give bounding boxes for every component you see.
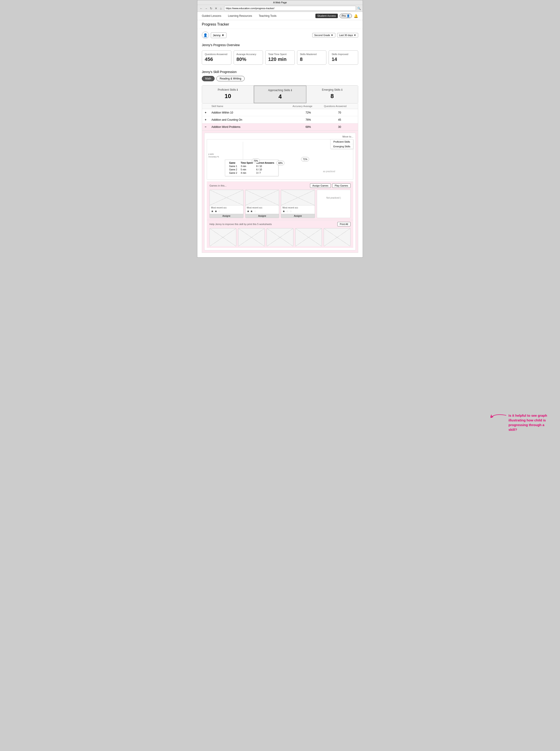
game-card-4: Not practiced ) bbox=[317, 190, 351, 218]
skill-accuracy-row3: 68% bbox=[293, 125, 324, 128]
game-info-3: Most recent scc ★ ☆ ☆ bbox=[281, 206, 315, 214]
worksheet-card-3 bbox=[266, 228, 294, 246]
bell-icon[interactable]: 🔔 bbox=[354, 14, 358, 18]
grade-filter[interactable]: Second Grade ▼ bbox=[312, 33, 335, 37]
forward-button[interactable]: → bbox=[204, 6, 208, 10]
expand-icon-row1[interactable]: + bbox=[205, 111, 212, 114]
skill-col-proficient-title: Proficient Skills ℹ bbox=[205, 88, 251, 92]
worksheets-header: Help Jenny to improve this skill by prin… bbox=[209, 222, 351, 226]
student-left: 👤 Jenny ▼ bbox=[202, 32, 226, 39]
print-all-button[interactable]: Print All bbox=[337, 222, 351, 226]
game-assign-button-3[interactable]: Assigne bbox=[281, 214, 315, 218]
browser-toolbar: ← → ↻ ✕ ⌂ 🔍 bbox=[197, 5, 363, 12]
table-header-accuracy: Accuracy Avarage bbox=[293, 105, 324, 107]
close-button[interactable]: ✕ bbox=[214, 6, 218, 10]
game-card-2: Most recent scc ★ ★ ☆ Assigne bbox=[245, 190, 279, 218]
skill-questions-row2: 45 bbox=[324, 118, 355, 121]
skill-progression-title: Jenny's Skill Progression bbox=[202, 70, 358, 74]
browser-nav-buttons: ← → ↻ ✕ ⌂ bbox=[199, 6, 223, 10]
home-button[interactable]: ⌂ bbox=[219, 6, 223, 10]
nav-right: Student Access Pro 👤 🔔 bbox=[315, 14, 358, 18]
games-grid: Most recent scc ★ ★ ☆ Assigne bbox=[209, 190, 351, 218]
table-header: Skill Name Accuracy Avarage Questions An… bbox=[202, 103, 358, 109]
skill-col-proficient: Proficient Skills ℹ 10 bbox=[202, 85, 254, 103]
expand-icon-row2[interactable]: + bbox=[205, 118, 212, 121]
stat-label-accuracy: Avarage Accuracy bbox=[237, 53, 260, 56]
star-empty: ☆ bbox=[254, 209, 257, 213]
move-to-dropdown[interactable]: Proficient Skills Emerging Skills bbox=[331, 139, 353, 149]
tab-reading-writing[interactable]: Reading & Writing bbox=[216, 76, 245, 81]
table-row-expanded: − Addition Word Problems 68% 30 bbox=[202, 123, 358, 130]
skill-tabs: Math Reading & Writing bbox=[202, 76, 358, 81]
pro-label: Pro bbox=[342, 14, 346, 18]
graph-no-practice: as practiced bbox=[323, 170, 335, 172]
time-filter[interactable]: Last 30 days ▼ bbox=[337, 33, 358, 37]
star-filled: ★ bbox=[215, 209, 217, 213]
stat-value-time: 120 min bbox=[268, 56, 292, 62]
game-info-2: Most recent scc ★ ★ ☆ bbox=[245, 206, 279, 214]
skill-name-row3: Addition Word Problems bbox=[212, 125, 293, 128]
star-filled: ★ bbox=[211, 209, 214, 213]
stat-card-accuracy: Avarage Accuracy 80% bbox=[234, 50, 263, 65]
avatar: 👤 bbox=[202, 32, 209, 39]
worksheets-grid bbox=[209, 228, 351, 246]
game-assign-button-1[interactable]: Assigne bbox=[210, 214, 243, 218]
game-thumbnail-2 bbox=[245, 190, 279, 206]
move-to-emerging[interactable]: Emerging Skills bbox=[331, 144, 353, 149]
tooltip-game-1: Game 1 bbox=[227, 165, 239, 168]
tooltip-table: Game Time Spent Correct Answers Game 1 3… bbox=[227, 161, 276, 175]
game-card-3: Most recent scc ★ ☆ ☆ Assigne bbox=[281, 190, 315, 218]
back-button[interactable]: ← bbox=[199, 6, 203, 10]
worksheets-section: Help Jenny to improve this skill by prin… bbox=[207, 220, 353, 248]
placeholder-img-2 bbox=[245, 190, 279, 205]
nav-teaching-tools[interactable]: Teaching Tools bbox=[259, 14, 276, 18]
student-dropdown[interactable]: Jenny ▼ bbox=[211, 33, 226, 38]
stat-card-improved: Skills Improved 14 bbox=[328, 50, 358, 65]
skill-col-emerging: Emerging Skills ℹ 8 bbox=[306, 85, 358, 103]
info-icon-approaching[interactable]: ℹ bbox=[291, 89, 292, 92]
browser-content: Guided Lessons Learning Resources Teachi… bbox=[197, 12, 363, 257]
stat-card-mastered: Skills Mastered 8 bbox=[297, 50, 326, 65]
game-card-1: Most recent scc ★ ★ ☆ Assigne bbox=[209, 190, 243, 218]
stats-grid: Questions Answered 456 Avarage Accuracy … bbox=[197, 48, 363, 68]
games-header: Games in this... Assign Games Play Games bbox=[209, 183, 351, 188]
tooltip-row-3: Game 2 4 min 3 / 7 bbox=[227, 171, 276, 175]
refresh-button[interactable]: ↻ bbox=[209, 6, 213, 10]
url-bar[interactable] bbox=[224, 6, 356, 11]
skill-name-row1: Addition Within 10 bbox=[212, 111, 293, 114]
worksheet-card-5 bbox=[324, 228, 351, 246]
stat-value-questions: 456 bbox=[205, 56, 228, 62]
move-to-proficient[interactable]: Proficient Skills bbox=[331, 140, 353, 144]
skill-accuracy-row2: 76% bbox=[293, 118, 324, 121]
assign-games-button[interactable]: Assign Games bbox=[310, 183, 331, 188]
tooltip-header-row: Game Time Spent Correct Answers bbox=[227, 161, 276, 165]
placeholder-img-1 bbox=[210, 190, 243, 205]
info-icon-proficient[interactable]: ℹ bbox=[237, 88, 238, 92]
game-stars-1: ★ ★ ☆ bbox=[211, 209, 242, 213]
placeholder-img-3 bbox=[281, 190, 315, 205]
page-header: Progress Tracker bbox=[197, 20, 363, 29]
pro-button[interactable]: Pro 👤 bbox=[340, 14, 352, 18]
play-games-button[interactable]: Play Games bbox=[332, 183, 351, 188]
table-row: + Addition and Counting On 76% 45 bbox=[202, 116, 358, 123]
table-header-questions: Questions Answered bbox=[324, 105, 355, 107]
bottom-spacer bbox=[197, 253, 363, 257]
student-access-button[interactable]: Student Access bbox=[315, 14, 338, 18]
game-assign-button-2[interactable]: Assigne bbox=[245, 214, 279, 218]
skill-accuracy-row1: 72% bbox=[293, 111, 324, 114]
game-info-1: Most recent scc ★ ★ ☆ bbox=[210, 206, 243, 214]
worksheet-placeholder-2 bbox=[238, 228, 265, 246]
nav-learning-resources[interactable]: Learning Resources bbox=[228, 14, 252, 18]
star-empty: ☆ bbox=[218, 209, 221, 213]
skill-questions-row1: 70 bbox=[324, 111, 355, 114]
graph-y-label: y-axis: Accuracy % bbox=[208, 153, 219, 158]
tooltip-time-1: 3 min bbox=[239, 165, 255, 168]
skill-col-emerging-value: 8 bbox=[309, 93, 355, 100]
info-icon-emerging[interactable]: ℹ bbox=[341, 88, 342, 92]
worksheet-card-2 bbox=[238, 228, 265, 246]
tab-math[interactable]: Math bbox=[202, 76, 215, 81]
stat-value-mastered: 8 bbox=[300, 56, 324, 62]
skill-columns: Proficient Skills ℹ 10 Approaching Skill… bbox=[202, 85, 358, 103]
collapse-icon-row3[interactable]: − bbox=[205, 125, 212, 128]
nav-guided-lessons[interactable]: Guided Lessons bbox=[202, 14, 221, 18]
